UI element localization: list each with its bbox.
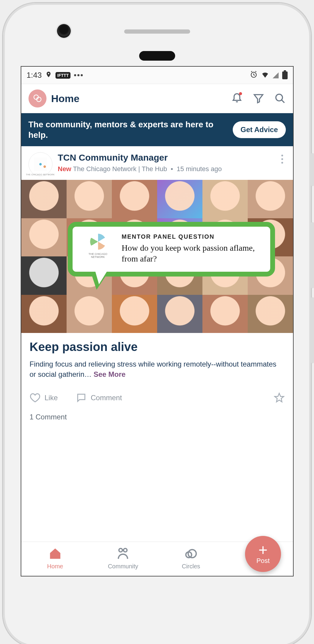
post-timestamp: 15 minutes ago <box>177 165 222 173</box>
network-logo-label: THE CHICAGO NETWORK <box>82 252 115 259</box>
post-header: THE CHICAGO NETWORK TCN Community Manage… <box>21 146 293 180</box>
favorite-button[interactable] <box>274 392 285 403</box>
app-header: Home <box>21 84 293 113</box>
svg-point-6 <box>188 550 196 558</box>
like-button[interactable]: Like <box>30 392 58 403</box>
comment-button[interactable]: Comment <box>76 392 122 403</box>
post-body: Keep passion alive Finding focus and rel… <box>21 333 293 383</box>
panel-label: MENTOR PANEL QUESTION <box>122 233 261 240</box>
nav-home[interactable]: Home <box>21 542 89 576</box>
svg-point-4 <box>119 549 123 552</box>
nav-circles[interactable]: Circles <box>157 542 225 576</box>
get-advice-button[interactable]: Get Advice <box>233 121 286 138</box>
ifttt-badge: IFTTT <box>55 72 70 79</box>
new-tag: New <box>58 165 71 173</box>
nav-community-label: Community <box>108 563 138 570</box>
create-post-fab[interactable]: + Post <box>245 536 281 572</box>
device-frame: 1:43 IFTTT H <box>3 3 311 644</box>
volume-up-button <box>311 222 314 288</box>
volume-down-button <box>311 297 314 363</box>
plus-icon: + <box>259 543 268 557</box>
banner-text: The community, mentors & experts are her… <box>28 119 228 140</box>
network-logo-icon: THE CHICAGO NETWORK <box>82 233 115 265</box>
comment-label: Comment <box>91 394 122 402</box>
post-title[interactable]: Keep passion alive <box>30 340 285 354</box>
notification-dot <box>239 92 242 95</box>
comment-count[interactable]: 1 Comment <box>21 409 293 421</box>
svg-point-3 <box>276 94 282 101</box>
app-logo-icon[interactable] <box>28 89 46 107</box>
alarm-icon <box>250 71 258 80</box>
filter-icon[interactable] <box>253 93 264 104</box>
fab-label: Post <box>256 557 270 565</box>
post-menu-icon[interactable] <box>279 152 286 176</box>
battery-icon <box>282 71 288 79</box>
avatar-label: THE CHICAGO NETWORK <box>26 174 55 176</box>
more-notifications-icon <box>74 74 83 76</box>
sensor-pill <box>139 51 175 61</box>
post-source: The Chicago Network | The Hub <box>73 165 167 173</box>
author-name[interactable]: TCN Community Manager <box>58 152 273 163</box>
post-hero-image[interactable]: THE CHICAGO NETWORK MENTOR PANEL QUESTIO… <box>21 180 293 333</box>
see-more-link[interactable]: See More <box>94 370 126 378</box>
page-title: Home <box>51 93 226 104</box>
like-label: Like <box>45 394 58 402</box>
nav-community[interactable]: Community <box>89 542 157 576</box>
post-excerpt: Finding focus and relieving stress while… <box>30 359 285 379</box>
post-actions: Like Comment <box>21 383 293 409</box>
svg-point-5 <box>124 549 127 552</box>
status-time: 1:43 <box>27 71 42 80</box>
screen: 1:43 IFTTT H <box>21 66 294 576</box>
status-bar: 1:43 IFTTT <box>21 67 293 84</box>
advice-banner: The community, mentors & experts are her… <box>21 113 293 146</box>
author-avatar[interactable]: THE CHICAGO NETWORK <box>28 152 52 176</box>
nav-home-label: Home <box>47 563 63 570</box>
panel-question: How do you keep work passion aflame, fro… <box>122 243 261 265</box>
notifications-icon[interactable] <box>231 93 243 104</box>
post-excerpt-text: Finding focus and relieving stress while… <box>30 360 277 378</box>
camera-icon <box>57 24 71 38</box>
signal-icon <box>273 72 279 78</box>
side-button <box>311 153 314 186</box>
search-icon[interactable] <box>274 93 286 104</box>
speaker-grille <box>124 29 190 34</box>
location-icon <box>45 71 52 80</box>
wifi-icon <box>261 71 269 80</box>
speech-bubble: THE CHICAGO NETWORK MENTOR PANEL QUESTIO… <box>68 222 275 277</box>
post-card: THE CHICAGO NETWORK TCN Community Manage… <box>21 146 293 542</box>
post-meta: New The Chicago Network | The Hub • 15 m… <box>58 165 273 174</box>
nav-circles-label: Circles <box>182 563 200 570</box>
